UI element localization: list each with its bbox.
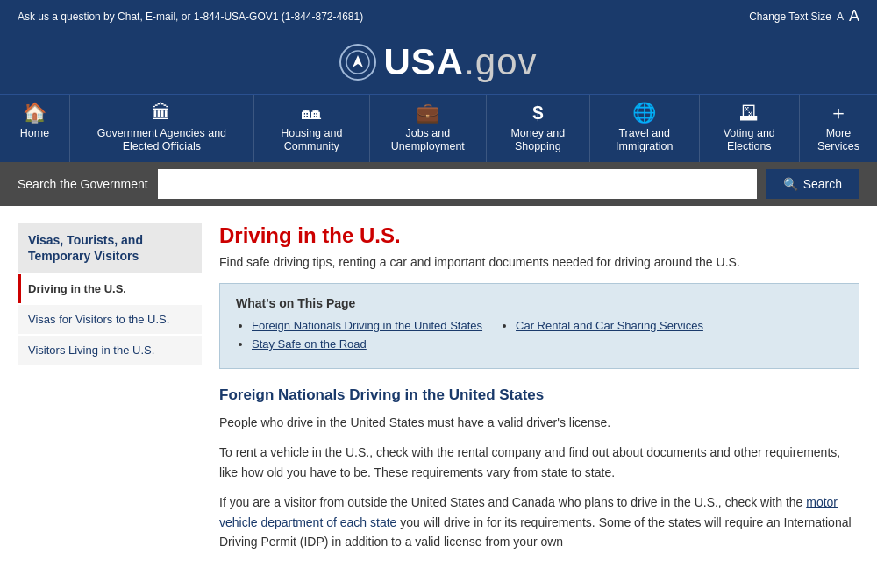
nav-jobs-label: Jobs and Unemployment [382,127,474,153]
nav-housing[interactable]: 🏘 Housing and Community [254,95,370,162]
money-icon: $ [532,103,543,123]
list-item: Foreign Nationals Driving in the United … [252,319,482,332]
nav-home-label: Home [20,127,49,140]
nav-travel[interactable]: 🌐 Travel and Immigration [590,95,700,162]
header: USA.gov [0,32,877,94]
link-foreign-nationals[interactable]: Foreign Nationals Driving in the United … [252,319,482,332]
nav-more[interactable]: ＋ More Services [800,95,877,162]
whats-on-page-box: What's on This Page Foreign Nationals Dr… [219,283,859,369]
link-motor-vehicle[interactable]: motor vehicle department of each state [219,495,838,528]
main-nav: 🏠 Home 🏛 Government Agencies and Elected… [0,94,877,162]
government-icon: 🏛 [152,103,171,123]
nav-jobs[interactable]: 💼 Jobs and Unemployment [370,95,487,162]
sidebar: Visas, Tourists, and Temporary Visitors … [18,223,202,562]
voting-icon: 🗳 [739,103,759,123]
page-subtitle: Find safe driving tips, renting a car an… [219,255,859,269]
main-content: Visas, Tourists, and Temporary Visitors … [0,206,877,579]
text-size-large[interactable]: A [849,7,859,25]
page-title: Driving in the U.S. [219,223,859,248]
logo[interactable]: USA.gov [18,41,859,83]
nav-government[interactable]: 🏛 Government Agencies and Elected Offici… [70,95,254,162]
whats-on-col-1: Foreign Nationals Driving in the United … [236,319,482,356]
nav-more-label: More Services [812,127,865,153]
nav-home[interactable]: 🏠 Home [0,95,70,162]
nav-money[interactable]: $ Money and Shopping [487,95,590,162]
link-stay-safe[interactable]: Stay Safe on the Road [252,337,367,351]
jobs-icon: 💼 [416,103,439,123]
nav-housing-label: Housing and Community [267,127,357,153]
list-item: Stay Safe on the Road [252,337,482,351]
logo-icon [339,44,376,81]
more-icon: ＋ [829,103,848,123]
whats-on-links: Foreign Nationals Driving in the United … [236,319,843,356]
whats-on-title: What's on This Page [236,296,843,310]
whats-on-col-2: Car Rental and Car Sharing Services [500,319,703,356]
body-text-1: People who drive in the United States mu… [219,413,859,432]
nav-travel-label: Travel and Immigration [602,127,687,153]
top-bar: Ask us a question by Chat, E-mail, or 1-… [0,0,877,32]
nav-money-label: Money and Shopping [499,127,577,153]
body-text-3: If you are a visitor from outside the Un… [219,492,859,551]
list-item: Car Rental and Car Sharing Services [516,319,703,332]
content-area: Driving in the U.S. Find safe driving ti… [219,223,859,562]
search-input[interactable] [158,169,757,199]
contact-info: Ask us a question by Chat, E-mail, or 1-… [18,11,363,23]
search-bar: Search the Government 🔍 Search [0,162,877,206]
section1-heading: Foreign Nationals Driving in the United … [219,386,859,404]
search-icon: 🔍 [783,177,798,191]
travel-icon: 🌐 [632,103,656,123]
search-button-label: Search [803,177,842,191]
sidebar-item-living[interactable]: Visitors Living in the U.S. [18,336,202,365]
home-icon: 🏠 [23,103,46,123]
nav-government-label: Government Agencies and Elected Official… [82,127,241,153]
text-size-small[interactable]: A [837,11,844,23]
search-button[interactable]: 🔍 Search [766,169,859,199]
logo-text: USA.gov [383,41,537,83]
nav-voting[interactable]: 🗳 Voting and Elections [700,95,800,162]
body-text-2: To rent a vehicle in the U.S., check wit… [219,443,859,482]
housing-icon: 🏘 [302,103,321,123]
nav-voting-label: Voting and Elections [712,127,787,153]
text-size-label: Change Text Size [749,11,831,23]
sidebar-item-driving[interactable]: Driving in the U.S. [18,274,202,303]
sidebar-heading: Visas, Tourists, and Temporary Visitors [18,223,202,273]
link-car-rental[interactable]: Car Rental and Car Sharing Services [516,319,703,332]
sidebar-item-visas[interactable]: Visas for Visitors to the U.S. [18,305,202,334]
search-bar-label: Search the Government [18,177,149,191]
text-size-controls[interactable]: Change Text Size A A [749,7,859,25]
